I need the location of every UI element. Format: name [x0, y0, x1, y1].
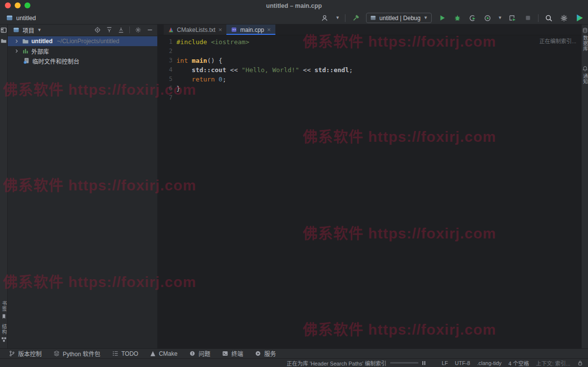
locate-icon[interactable] — [94, 26, 101, 33]
build-hammer-icon[interactable] — [351, 13, 361, 23]
project-panel-icon — [13, 26, 20, 33]
encoding-indicator[interactable]: UTF-8 — [455, 360, 470, 366]
library-bars-icon — [22, 48, 29, 54]
code-lines: #include <iostream> int main() { std::co… — [172, 37, 353, 348]
code-line[interactable]: int main() { — [176, 56, 353, 65]
code-editor[interactable]: 1234567 #include <iostream> int main() {… — [158, 35, 581, 348]
line-number[interactable]: 1 — [158, 37, 172, 47]
lock-icon[interactable] — [577, 360, 583, 366]
pause-icon[interactable] — [422, 361, 425, 365]
stripe-tab-database[interactable]: 数据库 — [582, 27, 588, 52]
line-number[interactable]: 3 — [158, 56, 172, 65]
toolbar-services[interactable]: 服务 — [255, 349, 276, 358]
titlebar: untitled – main.cpp — [0, 0, 588, 12]
profiler-dropdown-chevron-icon[interactable]: ▼ — [498, 16, 502, 20]
line-number[interactable]: 5 — [158, 75, 172, 84]
code-line[interactable]: } — [176, 84, 353, 93]
jetbrains-colorful-icon[interactable] — [574, 13, 584, 23]
search-everywhere-icon[interactable] — [544, 13, 554, 23]
code-line[interactable]: #include <iostream> — [176, 37, 353, 47]
structure-icon — [1, 337, 7, 342]
toolbar-cmake[interactable]: CMake — [150, 350, 177, 357]
project-panel-title[interactable]: 项目 — [23, 26, 34, 34]
hide-panel-icon[interactable] — [147, 26, 153, 33]
services-icon — [255, 350, 261, 357]
close-window-button[interactable] — [5, 2, 11, 8]
tool-window-bar: 版本控制 Python 软件包 TODO CMake 问题 — [0, 348, 588, 358]
line-number[interactable]: 2 — [158, 47, 172, 56]
panel-options-gear-icon[interactable] — [135, 26, 142, 33]
toolbar-terminal[interactable]: 终端 — [222, 349, 243, 358]
toolbar-todo[interactable]: TODO — [112, 350, 138, 357]
tab-cmakelists[interactable]: CMakeLists.txt × — [164, 25, 226, 35]
indent-indicator[interactable]: 4 个空格 — [509, 359, 529, 367]
project-widget[interactable]: untitled — [6, 14, 36, 22]
code-line[interactable]: std::cout << "Hello, World!" << std::end… — [176, 65, 353, 75]
status-bar: 正在为库 'Header Search Paths' 编制索引 LF UTF-8… — [0, 358, 588, 367]
toolbar-item-label: 服务 — [264, 349, 276, 358]
tree-row-external-libraries[interactable]: 外部库 — [8, 46, 157, 56]
code-line[interactable] — [176, 93, 353, 103]
toolbar-version-control[interactable]: 版本控制 — [9, 349, 42, 358]
code-line[interactable] — [176, 47, 353, 56]
context-indicator: 上下文: 索引... — [536, 359, 570, 367]
project-icon[interactable] — [0, 27, 7, 33]
debug-icon[interactable] — [452, 13, 462, 23]
line-number[interactable]: 7 — [158, 93, 172, 103]
tab-label: main.cpp — [240, 26, 264, 33]
folder-icon[interactable] — [0, 38, 7, 44]
chevron-right-icon[interactable] — [14, 48, 20, 54]
line-ending-indicator[interactable]: LF — [441, 360, 448, 366]
stripe-tab-bookmarks[interactable]: 书签 — [1, 301, 7, 319]
close-icon[interactable]: × — [219, 26, 222, 33]
line-number[interactable]: 6 — [158, 84, 172, 93]
clion-window: untitled – main.cpp untitled ▼ untitled … — [0, 0, 588, 367]
minimize-window-button[interactable] — [15, 2, 21, 8]
close-icon[interactable]: × — [267, 26, 271, 33]
zoom-window-button[interactable] — [24, 2, 30, 8]
clang-tidy-indicator[interactable]: .clang-tidy — [477, 360, 501, 366]
window-title: untitled – main.cpp — [0, 2, 588, 9]
stripe-tab-structure[interactable]: 结构 — [1, 324, 7, 342]
database-icon — [582, 27, 588, 33]
toolbar-item-label: 终端 — [231, 349, 243, 358]
toolbar-item-label: 问题 — [198, 349, 210, 358]
toolbar-python-packages[interactable]: Python 软件包 — [53, 349, 100, 358]
bookmarks-label: 书签 — [1, 301, 6, 312]
line-number[interactable]: 4 — [158, 65, 172, 75]
right-tool-stripe: 数据库 通知 — [581, 25, 588, 348]
toolbar-item-label: Python 软件包 — [63, 349, 100, 358]
git-branch-icon — [9, 350, 15, 357]
problems-icon — [189, 350, 196, 357]
stripe-tab-notifications[interactable]: 通知 — [582, 66, 588, 84]
project-tree: untitled ~/CLionProjects/untitled 外部库 — [8, 35, 157, 66]
tree-row-scratches[interactable]: 临时文件和控制台 — [8, 56, 157, 66]
code-line[interactable]: return 0; — [176, 75, 353, 84]
run-configuration-selector[interactable]: untitled | Debug ▼ — [366, 13, 432, 23]
stop-icon[interactable] — [523, 13, 533, 23]
chevron-right-icon[interactable] — [14, 38, 20, 44]
tree-item-name: 外部库 — [31, 47, 49, 55]
profiler-icon[interactable] — [483, 13, 492, 23]
collapse-all-icon[interactable] — [118, 26, 124, 33]
run-icon[interactable] — [437, 13, 447, 23]
toolbar-problems[interactable]: 问题 — [189, 349, 210, 358]
bookmark-icon — [1, 314, 7, 319]
run-with-coverage-icon[interactable] — [467, 13, 477, 23]
settings-gear-icon[interactable] — [559, 13, 569, 23]
project-view-chevron-icon[interactable]: ▼ — [37, 28, 42, 32]
database-label: 数据库 — [583, 35, 588, 52]
expand-all-icon[interactable] — [106, 26, 113, 33]
scratches-icon — [23, 57, 30, 64]
run-targets-icon[interactable] — [508, 13, 517, 23]
indexing-text: 正在为库 'Header Search Paths' 编制索引 — [287, 359, 386, 367]
editor-indexing-label: 正在编制索引... — [539, 37, 576, 46]
tree-item-path: ~/CLionProjects/untitled — [57, 38, 119, 45]
tab-main-cpp[interactable]: main.cpp × — [226, 25, 275, 35]
main-toolbar: untitled ▼ untitled | Debug ▼ — [0, 12, 588, 25]
user-dropdown-chevron-icon[interactable]: ▼ — [335, 16, 340, 20]
toolbar-item-label: 版本控制 — [18, 349, 42, 358]
tree-row-project-root[interactable]: untitled ~/CLionProjects/untitled — [8, 36, 157, 46]
user-icon[interactable] — [320, 13, 330, 23]
cmake-icon — [168, 27, 174, 33]
